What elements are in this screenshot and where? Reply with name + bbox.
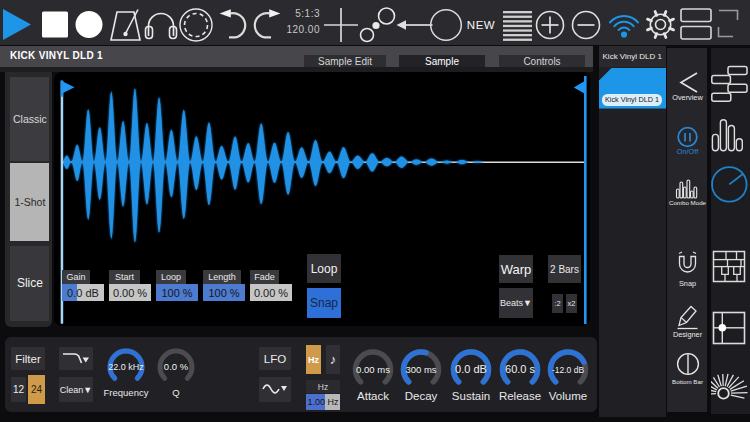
svg-text:120.00: 120.00 xyxy=(286,24,320,35)
svg-text:Snap: Snap xyxy=(679,279,696,288)
svg-text:Bottom Bar: Bottom Bar xyxy=(672,378,703,385)
svg-text:On/Off: On/Off xyxy=(677,147,699,156)
svg-text:NEW: NEW xyxy=(467,19,495,31)
svg-text:Overview: Overview xyxy=(672,93,703,102)
svg-text:Combo Mode: Combo Mode xyxy=(669,199,707,206)
svg-text:Designer: Designer xyxy=(673,330,703,339)
svg-text:5:1:3: 5:1:3 xyxy=(295,8,320,19)
